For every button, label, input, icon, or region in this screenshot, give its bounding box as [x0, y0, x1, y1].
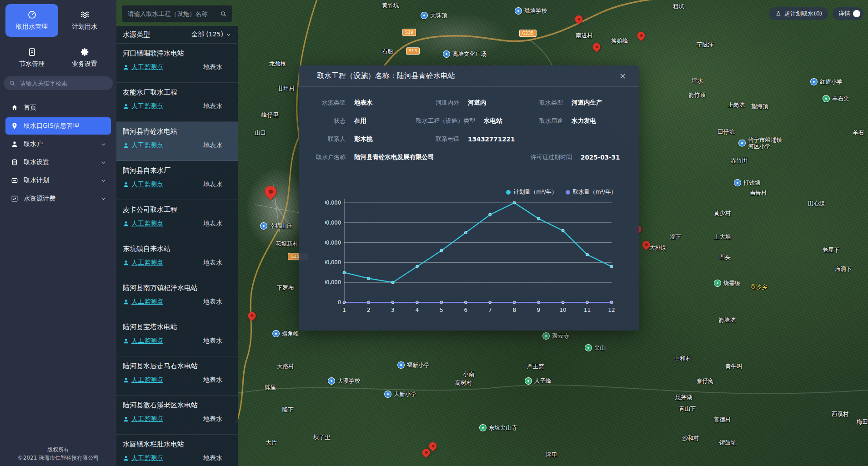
station-item[interactable]: 陆河县自来水厂 人工监测点 地表水 — [116, 161, 238, 200]
station-item[interactable]: 麦卡公司取水工程 人工监测点 地表水 — [116, 200, 238, 239]
module-label: 业务设置 — [72, 60, 97, 68]
station-name: 陆河县南万镇杞洋水电站 — [123, 284, 231, 292]
water-source-type: 地表水 — [203, 337, 222, 345]
module-qysgl[interactable]: 取用水管理 — [5, 4, 58, 37]
map-poi[interactable]: 螺角峰 — [272, 330, 299, 337]
monitor-link[interactable]: 人工监测点 — [123, 376, 163, 384]
sidebar-item-home[interactable]: 首页 — [5, 99, 111, 116]
img-icon — [11, 177, 18, 184]
field-label: 取水用途 — [520, 117, 563, 125]
person-icon — [123, 181, 129, 188]
station-item[interactable]: 陆河县宝塔水电站 人工监测点 地表水 — [116, 317, 238, 356]
person-icon — [123, 455, 129, 461]
module-jsgl[interactable]: 节水管理 — [5, 41, 58, 74]
svg-text:2: 2 — [367, 307, 371, 313]
monitor-link[interactable]: 人工监测点 — [123, 180, 163, 189]
monitor-link[interactable]: 人工监测点 — [123, 102, 163, 110]
station-name: 河口镇唱歌潭水电站 — [123, 49, 231, 58]
station-item[interactable]: 友能水厂取水工程 人工监测点 地表水 — [116, 83, 238, 122]
monitor-link[interactable]: 人工监测点 — [123, 337, 163, 345]
field-label: 许可证过期时间 — [529, 153, 572, 161]
over-plan-button[interactable]: 超计划取水(0) — [769, 7, 828, 20]
map-poi[interactable]: 幸福山庄 — [260, 222, 292, 230]
map-poi[interactable]: 东坑尖山寺 — [479, 424, 517, 431]
station-item[interactable]: 东坑镇自来水站 人工监测点 地表水 — [116, 239, 238, 278]
person-icon — [123, 338, 129, 344]
station-item[interactable]: 河口镇唱歌潭水电站 人工监测点 地表水 — [116, 44, 238, 83]
sidebar-item-szyjf[interactable]: 水资源计费 — [5, 190, 111, 207]
landmark-poi-icon — [585, 344, 592, 351]
detail-toggle[interactable]: 详情 — [833, 7, 863, 20]
station-item[interactable]: 陆河县激石溪老区水电站 人工监测点 地表水 — [116, 396, 238, 435]
map-poi[interactable]: 尖山 — [585, 344, 606, 351]
station-name: 陆河县自来水厂 — [123, 166, 231, 175]
map-poi[interactable]: 烧香缐 — [714, 280, 741, 287]
station-item[interactable]: 陆河县水唇走马石水电站 人工监测点 地表水 — [116, 356, 238, 396]
monitor-link[interactable]: 人工监测点 — [123, 454, 163, 462]
chevron-down-icon — [100, 196, 106, 202]
map-place-label: 思茅湖 — [675, 394, 692, 401]
map-poi[interactable]: 天珠顶 — [421, 12, 447, 19]
legend-label: 取水量（m³/年） — [573, 188, 617, 196]
station-search[interactable] — [122, 5, 232, 22]
filter-dropdown[interactable]: 全部 (125) — [191, 30, 231, 39]
map-place-label: 南进村 — [576, 32, 593, 40]
copyright: 版权所有 ©2021 珠海市仁智科技有限公司 — [0, 446, 116, 462]
search-icon[interactable] — [220, 10, 227, 17]
landmark-poi-icon — [823, 95, 830, 102]
map-poi[interactable]: 大溪学校 — [328, 377, 360, 385]
top-right-controls: 超计划取水(0) 详情 — [769, 7, 863, 20]
legend-item[interactable]: 取水量（m³/年） — [566, 188, 617, 196]
svg-text:11: 11 — [584, 307, 591, 313]
map-poi[interactable]: 福新小学 — [397, 361, 430, 369]
map-poi[interactable]: 红旗小学 — [810, 78, 843, 85]
station-item[interactable]: 水唇镇水栏肚水电站 人工监测点 地表水 — [116, 435, 238, 466]
map-poi[interactable]: 聚云寺 — [542, 332, 569, 340]
map-poi-label: 大新小学 — [394, 391, 416, 397]
field-value: 河道内生产 — [572, 99, 602, 107]
map-place-label: 陈屋 — [265, 384, 276, 391]
map-poi-label: 幸福山庄 — [270, 223, 292, 229]
sidebar-search[interactable] — [4, 76, 113, 90]
sidebar-item-qsjh[interactable]: 取水计划 — [5, 172, 111, 189]
map-poi-label: 福新小学 — [407, 362, 430, 368]
legend-item[interactable]: 计划量（m³/年） — [506, 188, 557, 196]
station-name: 友能水厂取水工程 — [123, 88, 231, 97]
person-icon — [123, 416, 129, 422]
sidebar-item-label: 首页 — [24, 104, 36, 112]
sidebar-item-qssz[interactable]: 取水设置 — [5, 154, 111, 171]
map-poi[interactable]: 大新小学 — [384, 391, 416, 398]
field-row: 联系人 彭木桃 联系电话 13432771221 — [299, 130, 639, 148]
map-poi-label: 打铁塘 — [743, 180, 761, 186]
map-poi[interactable]: 璬塘学校 — [515, 7, 547, 15]
toggle-knob[interactable] — [853, 10, 860, 17]
map-poi[interactable]: 人子峰 — [525, 377, 552, 385]
map-place-label: 小南 — [463, 371, 474, 378]
monitor-link[interactable]: 人工监测点 — [123, 220, 163, 228]
sidebar-item-label: 水资源计费 — [24, 195, 55, 203]
close-icon[interactable] — [619, 72, 627, 80]
map-poi[interactable]: 高塘文化广场 — [443, 50, 487, 58]
map-poi[interactable]: 羊石尖 — [823, 95, 849, 102]
monitor-link[interactable]: 人工监测点 — [123, 298, 163, 306]
module-jhys[interactable]: 计划用水 — [58, 4, 111, 37]
map-poi[interactable]: 普宁市船埔镇河区小学 — [738, 137, 782, 150]
monitor-link[interactable]: 人工监测点 — [123, 141, 163, 150]
svg-text:2,000,000: 2,000,000 — [325, 259, 341, 266]
sidebar-search-input[interactable] — [19, 80, 107, 87]
monitor-link[interactable]: 人工监测点 — [123, 63, 163, 71]
station-item[interactable]: 陆河县青砼水电站 人工监测点 地表水 — [116, 122, 238, 161]
station-item[interactable]: 陆河县南万镇杞洋水电站 人工监测点 地表水 — [116, 278, 238, 317]
module-ywsz[interactable]: 业务设置 — [58, 41, 111, 74]
monitor-link[interactable]: 人工监测点 — [123, 259, 163, 267]
app-stage: 黄竹坑粗坑 天珠顶 璬塘学校南进村挨娘峰芋陂洋石船 高塘文化广场龙颈根甘坪村峰仔… — [0, 0, 868, 466]
map-poi-label: 尖山 — [594, 345, 606, 351]
map-place-label: 大排缐 — [649, 244, 667, 252]
map-poi[interactable]: 打铁塘 — [734, 179, 761, 186]
sidebar-item-gis[interactable]: 取水口GIS信息管理 — [5, 117, 111, 135]
sidebar-item-qsh[interactable]: 取水户 — [5, 135, 111, 153]
station-search-input[interactable] — [127, 10, 216, 18]
monitor-link[interactable]: 人工监测点 — [123, 415, 163, 423]
monthly-volume-chart: 01,000,0002,000,0003,000,0004,000,0005,0… — [325, 196, 634, 324]
person-icon — [123, 260, 129, 266]
